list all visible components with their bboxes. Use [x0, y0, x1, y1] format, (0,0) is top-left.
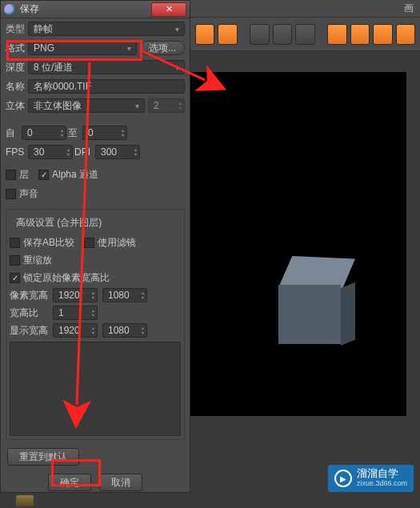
reset-button[interactable]: 重置到默认: [7, 448, 79, 466]
lock-ratio-label: 锁定原始像素宽高比: [23, 271, 110, 285]
name-label: 名称: [6, 80, 28, 94]
use-filter-checkbox[interactable]: [84, 238, 94, 248]
ok-button[interactable]: 确定: [48, 474, 91, 491]
dpi-label: DPI: [74, 146, 90, 158]
toolbar-icon[interactable]: [195, 24, 214, 45]
sound-label: 声音: [19, 187, 38, 201]
layer-checkbox[interactable]: [6, 170, 16, 180]
depth-label: 深度: [6, 61, 28, 74]
pixel-width-input[interactable]: 1920: [53, 288, 98, 302]
thumbnail-icon[interactable]: [16, 495, 34, 506]
aspect-label: 宽高比: [10, 306, 53, 320]
dialog-titlebar: 保存 ✕: [1, 1, 190, 18]
lock-ratio-checkbox[interactable]: ✓: [10, 273, 20, 283]
dpi-input[interactable]: 300: [95, 145, 140, 159]
format-label: 格式: [6, 42, 28, 55]
viewport-toolbar: [190, 18, 420, 51]
to-input[interactable]: 0: [82, 126, 127, 140]
advanced-legend: 高级设置 (合并图层): [13, 216, 105, 230]
layer-label: 层: [19, 168, 29, 182]
alpha-label: Alpha 通道: [52, 168, 98, 182]
from-input[interactable]: 0: [22, 126, 66, 140]
preview-area: [10, 342, 181, 436]
save-dialog: 保存 ✕ 类型 静帧 格式 PNG 选项... 深度 8 位/通道 名称 名称0…: [0, 0, 190, 493]
to-label: 至: [68, 126, 78, 140]
app-icon: [4, 4, 15, 15]
toolbar-icon[interactable]: [273, 24, 292, 45]
stereo-count: 2: [148, 98, 185, 113]
toolbar-icon[interactable]: [295, 24, 314, 45]
rescale-checkbox[interactable]: [10, 255, 20, 266]
watermark-url: zixue.3d66.com: [357, 478, 407, 488]
fps-input[interactable]: 30: [28, 145, 73, 159]
stereo-label: 立体: [6, 99, 28, 113]
rescale-label: 重缩放: [23, 254, 52, 267]
toolbar-icon[interactable]: [218, 24, 237, 45]
use-filter-label: 使用滤镜: [98, 236, 136, 250]
display-width-input[interactable]: 1920: [53, 323, 98, 338]
toolbar-icon[interactable]: [373, 24, 392, 45]
aspect-input[interactable]: 1: [53, 306, 98, 320]
dialog-title: 保存: [20, 2, 151, 16]
display-wh-label: 显示宽高: [10, 324, 53, 338]
play-icon: ▶: [334, 470, 352, 487]
pixel-height-input[interactable]: 1080: [102, 288, 147, 302]
sound-checkbox[interactable]: [6, 189, 16, 199]
display-height-input[interactable]: 1080: [102, 323, 147, 338]
render-view: [190, 72, 406, 416]
toolbar-icon[interactable]: [350, 24, 370, 45]
stereo-dropdown[interactable]: 非立体图像: [28, 98, 145, 113]
type-label: 类型: [6, 22, 28, 36]
type-dropdown[interactable]: 静帧: [28, 22, 185, 36]
alpha-checkbox[interactable]: ✓: [38, 170, 49, 180]
close-button[interactable]: ✕: [151, 2, 186, 17]
watermark-brand: 溜溜自学: [357, 467, 398, 479]
cancel-button[interactable]: 取消: [99, 474, 142, 491]
fps-label: FPS: [6, 146, 28, 158]
pixel-wh-label: 像素宽高: [10, 289, 53, 302]
format-dropdown[interactable]: PNG: [28, 41, 137, 55]
toolbar-icon[interactable]: [396, 24, 415, 45]
save-ab-label: 保存AB比较: [23, 236, 74, 250]
options-button[interactable]: 选项...: [140, 41, 185, 55]
from-label: 自: [6, 126, 22, 140]
toolbar-icon[interactable]: [327, 24, 346, 45]
bottom-bar: [0, 493, 190, 508]
save-ab-checkbox[interactable]: [10, 238, 20, 248]
depth-dropdown[interactable]: 8 位/通道: [28, 60, 185, 74]
toolbar-icon[interactable]: [250, 24, 269, 45]
name-input[interactable]: 名称0000.TIF: [28, 79, 185, 94]
rendered-cube: [278, 256, 355, 344]
watermark: ▶ 溜溜自学 zixue.3d66.com: [328, 465, 414, 492]
viewport-title: 画: [190, 0, 420, 18]
advanced-fieldset: 高级设置 (合并图层) 保存AB比较 使用滤镜 重缩放 ✓ 锁定原始像素宽高比 …: [6, 209, 185, 440]
